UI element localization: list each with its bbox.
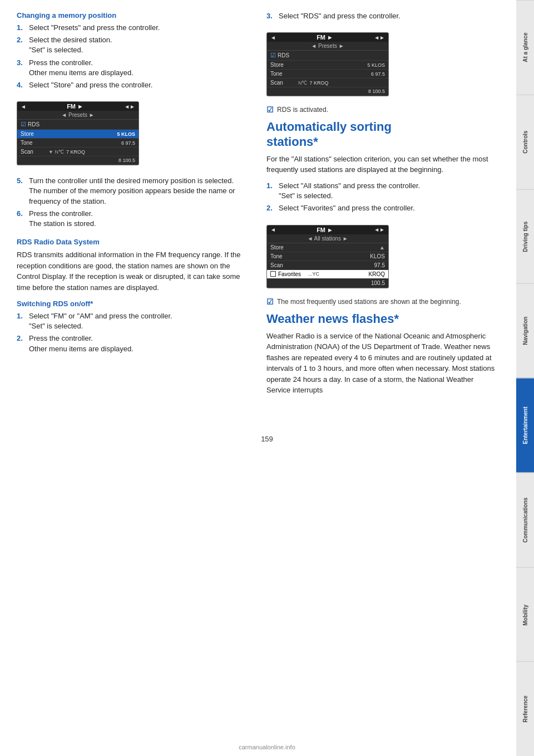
rds-check-icon: ☑ <box>21 121 26 128</box>
step-6: 6. Press the controller.The station is s… <box>17 209 250 229</box>
auto-step-2-text: Select "Favorites" and press the control… <box>279 203 500 213</box>
auto-step-1-text: Select "All stations" and press the cont… <box>279 181 500 201</box>
screen-mockup-1: ◄ FM ► ◄► ◄ Presets ► ☑ RDS Store 5 KLOS… <box>17 97 139 170</box>
sidebar-tab-navigation[interactable]: Navigation <box>516 283 534 378</box>
step-5-num: 5. <box>17 176 26 207</box>
screen2-store-label: Store <box>270 62 298 68</box>
weather-heading: Weather news flashes* <box>266 312 500 326</box>
sidebar-tab-at-a-glance[interactable]: At a glance <box>516 0 534 95</box>
sidebar-tab-driving-tips[interactable]: Driving tips <box>516 189 534 284</box>
auto-sort-note: ☑ The most frequently used stations are … <box>266 298 500 306</box>
screen2-bottom-val: 8 100.5 <box>368 89 385 94</box>
changing-memory-heading: Changing a memory position <box>17 11 250 19</box>
step-6-num: 6. <box>17 209 26 229</box>
screen3-row-tone: Tone KLOS <box>267 252 388 261</box>
auto-step-1-num: 1. <box>266 181 275 201</box>
screen1-navrow: ◄ Presets ► <box>17 111 139 120</box>
step-3-num: 3. <box>17 58 26 78</box>
switching-step-2-num: 2. <box>17 333 26 354</box>
rds-activated-note: ☑ RDS is activated. <box>266 106 500 114</box>
screen2-scan-label: Scan <box>270 80 298 86</box>
right-step-3-text: Select "RDS" and press the controller. <box>279 11 500 21</box>
screen3-tone-val: KLOS <box>370 253 385 259</box>
sidebar-tab-communications[interactable]: Communications <box>516 473 534 567</box>
screen2-row-store: Store 5 KLOS <box>267 61 388 70</box>
screen-mockup-3: ◄ FM ► ◄► ◄ All stations ► Store ▲ Tone … <box>266 220 389 293</box>
screen3-topbar-right: ◄► <box>374 227 385 233</box>
sidebar-tab-entertainment[interactable]: Entertainment <box>516 378 534 473</box>
screen2-topbar-left: ◄ <box>270 35 276 41</box>
screen2-tone-label: Tone <box>270 71 298 77</box>
switching-step-1-num: 1. <box>17 311 26 331</box>
screen3-topbar-left: ◄ <box>270 227 276 233</box>
sidebar-tab-mobility[interactable]: Mobility <box>516 567 534 662</box>
step-3-text: Press the controller.Other menu items ar… <box>29 58 250 78</box>
right-step-3: 3. Select "RDS" and press the controller… <box>266 11 500 21</box>
screen3-row-favorites: Favorites ...YC KROQ <box>267 270 388 279</box>
right-step-3-item: 3. Select "RDS" and press the controller… <box>266 11 500 21</box>
screen1-tone-val: 6 97.5 <box>121 140 135 146</box>
screen1-row-bottom: 8 100.5 <box>17 156 139 165</box>
auto-step-2: 2. Select "Favorites" and press the cont… <box>266 203 500 213</box>
screen1-bottom-val: 8 100.5 <box>118 158 135 163</box>
rds-heading: RDS Radio Data System <box>17 238 250 246</box>
screen2-navrow: ◄ Presets ► <box>267 42 388 51</box>
screen3-row-bottom: 100.5 <box>267 279 388 288</box>
screen2-scan-val: 7 KROQ <box>310 80 329 86</box>
rds-body: RDS transmits additional information in … <box>17 249 250 293</box>
screen2-tone-val: 6 97.5 <box>371 71 385 77</box>
screen3-favorites-label: Favorites <box>278 271 306 277</box>
right-step-3-num: 3. <box>266 11 275 21</box>
auto-step-2-num: 2. <box>266 203 275 213</box>
weather-body: Weather Radio is a service of the Nation… <box>266 331 500 396</box>
step-1: 1. Select "Presets" and press the contro… <box>17 23 250 33</box>
rds-section: RDS Radio Data System RDS transmits addi… <box>17 238 250 293</box>
screen3-favorites-val: KROQ <box>369 271 385 277</box>
sidebar: At a glance Controls Driving tips Naviga… <box>516 0 534 756</box>
sidebar-tab-controls[interactable]: Controls <box>516 95 534 189</box>
switching-rds-heading: Switching RDS on/off* <box>17 300 250 308</box>
screen1-tone-label: Tone <box>21 140 48 146</box>
screen3-scan-label: Scan <box>270 262 298 268</box>
screen-mockup-2: ◄ FM ► ◄► ◄ Presets ► ☑ RDS Store 5 KLOS… <box>266 28 389 101</box>
step-2-text: Select the desired station."Set" is sele… <box>29 35 250 55</box>
screen1-store-val: 5 KLOS <box>117 131 135 137</box>
step-5: 5. Turn the controller until the desired… <box>17 176 250 207</box>
watermark: carmanualonline.info <box>239 744 295 750</box>
step-4: 4. Select "Store" and press the controll… <box>17 80 250 90</box>
screen2-rds-check-icon: ☑ <box>270 52 276 59</box>
changing-memory-steps: 1. Select "Presets" and press the contro… <box>17 23 250 90</box>
step-4-num: 4. <box>17 80 26 90</box>
screen1-topbar-right: ◄► <box>124 104 135 110</box>
auto-sorting-heading: Automatically sortingstations* <box>266 120 500 149</box>
step-5-text: Turn the controller until the desired me… <box>29 176 250 207</box>
screen2-row-scan: Scan N℃ 7 KROQ <box>267 78 388 87</box>
screen1-topbar-left: ◄ <box>21 104 26 110</box>
screen2-scan-arrow: N℃ <box>298 80 308 86</box>
screen2-row-tone: Tone 6 97.5 <box>267 70 388 78</box>
screen3-yc-label: ...YC <box>308 271 319 277</box>
sidebar-tab-reference[interactable]: Reference <box>516 661 534 756</box>
step-2: 2. Select the desired station."Set" is s… <box>17 35 250 55</box>
screen2-store-val: 5 KLOS <box>367 62 385 68</box>
right-column: 3. Select "RDS" and press the controller… <box>266 11 500 401</box>
screen1-topbar: ◄ FM ► ◄► <box>17 102 139 111</box>
screen3-store-arrow: ▲ <box>379 244 385 251</box>
step-1-text: Select "Presets" and press the controlle… <box>29 23 250 33</box>
step-3: 3. Press the controller.Other menu items… <box>17 58 250 78</box>
screen1-scan-val: 7 KROQ <box>66 149 85 155</box>
step-4-text: Select "Store" and press the controller. <box>29 80 250 90</box>
page-number: 159 <box>0 435 534 443</box>
switching-step-2-text: Press the controller.Other menu items ar… <box>29 333 250 354</box>
left-column: Changing a memory position 1. Select "Pr… <box>17 11 250 401</box>
screen2-topbar-right: ◄► <box>374 35 385 41</box>
favorites-checkbox-icon <box>270 271 276 277</box>
rds-note-text: RDS is activated. <box>277 106 328 114</box>
auto-sort-checkmark-icon: ☑ <box>266 297 274 306</box>
step-2-num: 2. <box>17 35 26 55</box>
switching-step-2: 2. Press the controller.Other menu items… <box>17 333 250 354</box>
screen1-rds-label: RDS <box>28 121 56 127</box>
screen3-tone-label: Tone <box>270 253 298 259</box>
screen3-topbar: ◄ FM ► ◄► <box>267 225 388 234</box>
step-1-num: 1. <box>17 23 26 33</box>
